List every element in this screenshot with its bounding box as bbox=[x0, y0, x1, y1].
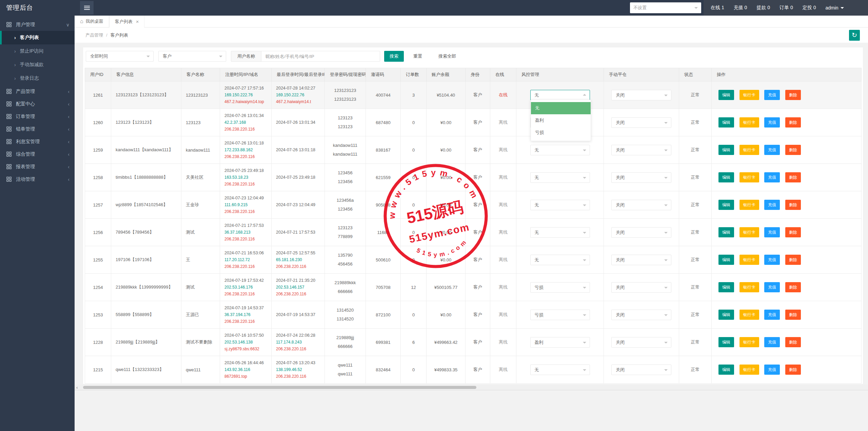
sidebar-item[interactable]: › 综合管理 ‹ bbox=[0, 148, 75, 160]
bank-card-button[interactable]: 银行卡 bbox=[739, 145, 759, 155]
manual-close-select[interactable]: 关闭 bbox=[611, 227, 671, 238]
manual-close-select[interactable]: 关闭 bbox=[611, 337, 671, 348]
manual-close-select[interactable]: 关闭 bbox=[611, 172, 671, 183]
bank-card-button[interactable]: 银行卡 bbox=[739, 227, 759, 237]
risk-control-select[interactable]: 无 bbox=[530, 145, 590, 155]
sidebar-item[interactable]: › 订单管理 ‹ bbox=[0, 110, 75, 123]
sidebar-toggle-button[interactable] bbox=[80, 1, 94, 15]
sidebar-item[interactable]: › 配置中心 ‹ bbox=[0, 98, 75, 110]
user-type-select[interactable]: 客户 bbox=[158, 51, 226, 62]
risk-control-select[interactable]: 无 bbox=[530, 172, 590, 183]
delete-button[interactable]: 删除 bbox=[785, 227, 801, 237]
scrollbar-thumb[interactable] bbox=[83, 386, 476, 389]
dropdown-option[interactable]: 盈利 bbox=[531, 114, 591, 126]
manual-close-select[interactable]: 关闭 bbox=[611, 282, 671, 293]
bank-card-button[interactable]: 银行卡 bbox=[739, 172, 759, 182]
header-stat[interactable]: 提款 0 bbox=[756, 5, 770, 11]
dropdown-option[interactable]: 无 bbox=[531, 102, 591, 114]
edit-button[interactable]: 编辑 bbox=[718, 90, 734, 100]
recharge-button[interactable]: 充值 bbox=[764, 172, 780, 182]
bank-card-button[interactable]: 银行卡 bbox=[739, 90, 759, 100]
edit-button[interactable]: 编辑 bbox=[718, 200, 734, 210]
risk-control-select[interactable]: 盈利 bbox=[530, 337, 590, 348]
delete-button[interactable]: 删除 bbox=[785, 200, 801, 210]
edit-button[interactable]: 编辑 bbox=[718, 145, 734, 155]
manual-close-select[interactable]: 关闭 bbox=[611, 90, 671, 100]
manual-close-select[interactable]: 关闭 bbox=[611, 365, 671, 375]
sidebar-item[interactable]: › 活动管理 ‹ bbox=[0, 173, 75, 185]
sidebar-item[interactable]: › 产品管理 ‹ bbox=[0, 85, 75, 98]
risk-control-select[interactable]: 无 bbox=[530, 255, 590, 265]
delete-button[interactable]: 删除 bbox=[785, 145, 801, 155]
recharge-button[interactable]: 充值 bbox=[764, 145, 780, 155]
edit-button[interactable]: 编辑 bbox=[718, 117, 734, 128]
sidebar-item[interactable]: › 利息宝管理 ‹ bbox=[0, 135, 75, 148]
search-all-button[interactable]: 搜索全部 bbox=[438, 53, 456, 59]
recharge-button[interactable]: 充值 bbox=[764, 365, 780, 375]
bank-card-button[interactable]: 银行卡 bbox=[739, 310, 759, 320]
risk-control-select[interactable]: 无 bbox=[530, 90, 590, 100]
risk-control-select[interactable]: 无 bbox=[530, 227, 590, 238]
manual-close-select[interactable]: 关闭 bbox=[611, 310, 671, 320]
header-stat[interactable]: 充值 0 bbox=[734, 5, 747, 11]
sidebar-item[interactable]: › 禁止IP访问 bbox=[0, 44, 75, 58]
delete-button[interactable]: 删除 bbox=[785, 365, 801, 375]
manual-close-select[interactable]: 关闭 bbox=[611, 117, 671, 128]
delete-button[interactable]: 删除 bbox=[785, 310, 801, 320]
scroll-left-arrow-icon[interactable]: ‹ bbox=[76, 385, 78, 390]
recharge-button[interactable]: 充值 bbox=[764, 117, 780, 128]
bank-card-button[interactable]: 银行卡 bbox=[739, 337, 759, 347]
bank-card-button[interactable]: 银行卡 bbox=[739, 255, 759, 265]
manual-close-select[interactable]: 关闭 bbox=[611, 145, 671, 155]
edit-button[interactable]: 编辑 bbox=[718, 255, 734, 265]
delete-button[interactable]: 删除 bbox=[785, 90, 801, 100]
recharge-button[interactable]: 充值 bbox=[764, 337, 780, 347]
recharge-button[interactable]: 充值 bbox=[764, 255, 780, 265]
header-stat[interactable]: 订单 0 bbox=[780, 5, 793, 11]
edit-button[interactable]: 编辑 bbox=[718, 310, 734, 320]
horizontal-scrollbar[interactable]: ‹ bbox=[75, 385, 868, 390]
edit-button[interactable]: 编辑 bbox=[718, 172, 734, 182]
sidebar-item[interactable]: › 登录日志 bbox=[0, 72, 75, 85]
edit-button[interactable]: 编辑 bbox=[718, 282, 734, 292]
sidebar-item[interactable]: › 手动加减款 bbox=[0, 58, 75, 72]
delete-button[interactable]: 删除 bbox=[785, 172, 801, 182]
header-status-select[interactable]: 不设置 bbox=[630, 2, 701, 13]
manual-close-select[interactable]: 关闭 bbox=[611, 200, 671, 210]
risk-control-select[interactable]: 无 bbox=[530, 200, 590, 210]
dropdown-option[interactable]: 亏损 bbox=[531, 126, 591, 139]
recharge-button[interactable]: 充值 bbox=[764, 200, 780, 210]
risk-control-select[interactable]: 亏损 bbox=[530, 310, 590, 320]
recharge-button[interactable]: 充值 bbox=[764, 90, 780, 100]
delete-button[interactable]: 删除 bbox=[785, 255, 801, 265]
risk-control-select[interactable]: 无 bbox=[530, 365, 590, 375]
sidebar-item[interactable]: › 客户列表 bbox=[0, 31, 75, 44]
header-stat[interactable]: 在线 1 bbox=[711, 5, 724, 11]
delete-button[interactable]: 删除 bbox=[785, 117, 801, 128]
header-stat[interactable]: 定投 0 bbox=[803, 5, 816, 11]
close-icon[interactable]: × bbox=[136, 19, 139, 24]
bank-card-button[interactable]: 银行卡 bbox=[739, 365, 759, 375]
edit-button[interactable]: 编辑 bbox=[718, 337, 734, 347]
bank-card-button[interactable]: 银行卡 bbox=[739, 117, 759, 128]
recharge-button[interactable]: 充值 bbox=[764, 282, 780, 292]
recharge-button[interactable]: 充值 bbox=[764, 227, 780, 237]
tab-customer-list[interactable]: 客户列表 × bbox=[109, 16, 145, 27]
tab-my-desktop[interactable]: ⌂ 我的桌面 bbox=[75, 16, 109, 27]
delete-button[interactable]: 删除 bbox=[785, 282, 801, 292]
search-button[interactable]: 搜索 bbox=[384, 51, 404, 62]
sidebar-item[interactable]: › 报表管理 ‹ bbox=[0, 160, 75, 173]
edit-button[interactable]: 编辑 bbox=[718, 365, 734, 375]
recharge-button[interactable]: 充值 bbox=[764, 310, 780, 320]
manual-close-select[interactable]: 关闭 bbox=[611, 255, 671, 265]
sidebar-item[interactable]: › 错单管理 ‹ bbox=[0, 123, 75, 135]
bank-card-button[interactable]: 银行卡 bbox=[739, 200, 759, 210]
time-range-select[interactable]: 全部时间 bbox=[86, 51, 154, 62]
admin-menu[interactable]: admin bbox=[825, 5, 844, 11]
bank-card-button[interactable]: 银行卡 bbox=[739, 282, 759, 292]
edit-button[interactable]: 编辑 bbox=[718, 227, 734, 237]
refresh-button[interactable]: ↻ bbox=[849, 30, 860, 41]
reset-button[interactable]: 重置 bbox=[413, 53, 422, 59]
sidebar-item[interactable]: › 用户管理 ∨ bbox=[0, 18, 75, 31]
delete-button[interactable]: 删除 bbox=[785, 337, 801, 347]
